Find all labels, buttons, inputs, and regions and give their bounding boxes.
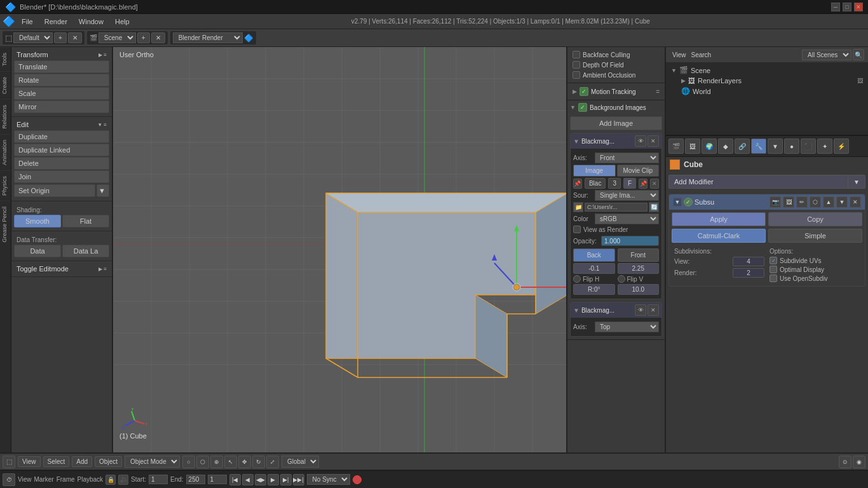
bg-images-checkbox[interactable]: ✓: [578, 103, 587, 112]
view-menu-button[interactable]: View: [18, 456, 41, 467]
rotate-icon[interactable]: ↻: [252, 456, 265, 468]
outliner-item-renderlayers[interactable]: ▶ 🖼 RenderLayers 🖼: [679, 76, 865, 86]
props-constraints-icon[interactable]: 🔗: [735, 139, 750, 154]
set-origin-button[interactable]: Set Origin: [14, 184, 95, 197]
menu-window[interactable]: Window: [74, 17, 109, 27]
subsurf-expand-icon[interactable]: ▼: [673, 198, 682, 207]
prev-frame-icon[interactable]: ◀: [242, 474, 254, 485]
bg-image-1-movie-clip-button[interactable]: Movie Clip: [617, 165, 660, 177]
select-menu-button[interactable]: Select: [43, 456, 70, 467]
layout-add-btn[interactable]: +: [54, 32, 67, 43]
side-tab-create[interactable]: Create: [0, 71, 11, 99]
jump-start-icon[interactable]: |◀: [229, 474, 241, 485]
join-button[interactable]: Join: [14, 170, 109, 183]
camera-sync-icon[interactable]: 🎥: [118, 475, 128, 485]
pin2-icon[interactable]: 📌: [639, 179, 648, 189]
bg-image-1-axis-select[interactable]: Front: [595, 152, 659, 163]
use-opensubdiv-checkbox[interactable]: ✓: [770, 274, 777, 282]
sync-select[interactable]: No Sync: [307, 474, 350, 485]
props-physics-icon[interactable]: ⚡: [834, 139, 849, 154]
search-button[interactable]: Search: [689, 50, 803, 60]
object-menu-button[interactable]: Object: [95, 456, 122, 467]
layout-select[interactable]: Default: [13, 32, 53, 43]
props-object-icon[interactable]: ◆: [718, 139, 733, 154]
back-button[interactable]: Back: [573, 248, 615, 262]
props-data-icon[interactable]: ▼: [768, 139, 783, 154]
toggle-editmode-header[interactable]: Toggle Editmode ▶ ≡: [14, 264, 109, 274]
flip-h-checkbox[interactable]: [573, 275, 581, 283]
global-select[interactable]: Global: [281, 456, 319, 468]
menu-render[interactable]: Render: [39, 17, 72, 27]
x-coord[interactable]: -0.1: [573, 263, 615, 274]
search-icon[interactable]: 🔍: [853, 49, 864, 60]
file-reload-icon[interactable]: 🔄: [649, 202, 659, 212]
apply-button[interactable]: Apply: [672, 212, 766, 226]
outliner-item-scene[interactable]: ▼ 🎬 Scene: [668, 65, 865, 76]
next-frame-icon[interactable]: ▶|: [280, 474, 292, 485]
side-tab-relations[interactable]: Relations: [0, 99, 11, 134]
translate-button[interactable]: Translate: [14, 60, 109, 73]
add-menu-button[interactable]: Add: [72, 456, 92, 467]
scene-add-btn[interactable]: +: [137, 32, 150, 43]
props-modifiers-icon[interactable]: 🔧: [751, 139, 766, 154]
y-coord[interactable]: 2.25: [618, 263, 660, 274]
scale-button[interactable]: Scale: [14, 87, 109, 100]
delete-button[interactable]: Delete: [14, 157, 109, 170]
simple-button[interactable]: Simple: [768, 229, 862, 243]
current-frame-input[interactable]: 1: [208, 475, 227, 484]
transform-header[interactable]: Transform ▶ ≡: [14, 50, 109, 60]
wireframe-icon[interactable]: ⬡: [196, 456, 209, 468]
bg-image-1-close-button[interactable]: ✕: [648, 135, 659, 147]
subdivide-uvs-checkbox[interactable]: ✓: [770, 257, 777, 264]
data-la-button[interactable]: Data La: [62, 245, 109, 257]
end-frame-input[interactable]: 250: [186, 475, 205, 484]
duplicate-button[interactable]: Duplicate: [14, 130, 109, 143]
props-renderlayer-icon[interactable]: 🖼: [685, 139, 700, 154]
mirror-button[interactable]: Mirror: [14, 100, 109, 113]
scale-icon-btn[interactable]: ⤢: [266, 456, 279, 468]
timeline-marker-btn[interactable]: Marker: [34, 476, 54, 483]
subsurf-camera-icon[interactable]: 📷: [770, 196, 781, 208]
file-browse-icon[interactable]: 📁: [573, 202, 583, 212]
bg-image-1-color-select[interactable]: sRGB: [595, 214, 659, 224]
menu-file[interactable]: File: [17, 17, 38, 27]
smooth-button[interactable]: Smooth: [14, 215, 61, 227]
view-sub-value[interactable]: 4: [733, 257, 764, 266]
bg-image-1-image-button[interactable]: Image: [573, 165, 616, 177]
render-sub-value[interactable]: 2: [733, 268, 764, 278]
data-button[interactable]: Data: [14, 245, 61, 257]
set-origin-dropdown[interactable]: ▼: [97, 184, 109, 197]
props-world-icon[interactable]: 🌍: [702, 139, 717, 154]
rotation-val[interactable]: 10.0: [618, 284, 660, 295]
backface-culling-checkbox[interactable]: [573, 51, 580, 58]
duplicate-linked-button[interactable]: Duplicate Linked: [14, 144, 109, 156]
timeline-frame-btn[interactable]: Frame: [57, 476, 75, 483]
subsurf-delete-icon[interactable]: ✕: [850, 196, 861, 208]
start-frame-input[interactable]: 1: [149, 475, 168, 484]
subsurf-cage-icon[interactable]: ⬡: [810, 196, 821, 208]
play-back-icon[interactable]: ◀▶: [255, 474, 266, 485]
bg-image-2-eye-button[interactable]: 👁: [635, 304, 646, 316]
props-scene-icon[interactable]: 🎬: [668, 139, 684, 154]
side-tab-animation[interactable]: Animation: [0, 134, 11, 170]
motion-tracking-checkbox[interactable]: ✓: [580, 87, 588, 96]
props-material-icon[interactable]: ●: [784, 139, 799, 154]
lock-icon[interactable]: 🔒: [105, 475, 116, 485]
optimal-display-checkbox[interactable]: ✓: [770, 266, 777, 273]
front-button[interactable]: Front: [618, 248, 660, 262]
seg-num[interactable]: Blac: [585, 178, 606, 189]
jump-end-icon[interactable]: ▶▶|: [293, 474, 304, 485]
side-tab-physics[interactable]: Physics: [0, 170, 11, 201]
catmull-clark-button[interactable]: Catmull-Clark: [672, 229, 766, 243]
subsurf-up-icon[interactable]: ▲: [823, 196, 834, 208]
scene-outliner-select[interactable]: All Scenes: [802, 50, 851, 60]
bg-image-1-eye-button[interactable]: 👁: [635, 135, 646, 147]
timeline-view-btn[interactable]: View: [18, 476, 32, 483]
image-x-button[interactable]: ✕: [650, 179, 659, 189]
move-icon[interactable]: ✥: [238, 456, 251, 468]
bg-image-2-axis-select[interactable]: Top: [595, 322, 659, 332]
timeline-type-icon[interactable]: ⏱: [3, 473, 15, 486]
scene-select[interactable]: Scene: [98, 32, 136, 43]
play-icon[interactable]: ▶: [268, 474, 279, 485]
copy-button[interactable]: Copy: [768, 212, 862, 226]
